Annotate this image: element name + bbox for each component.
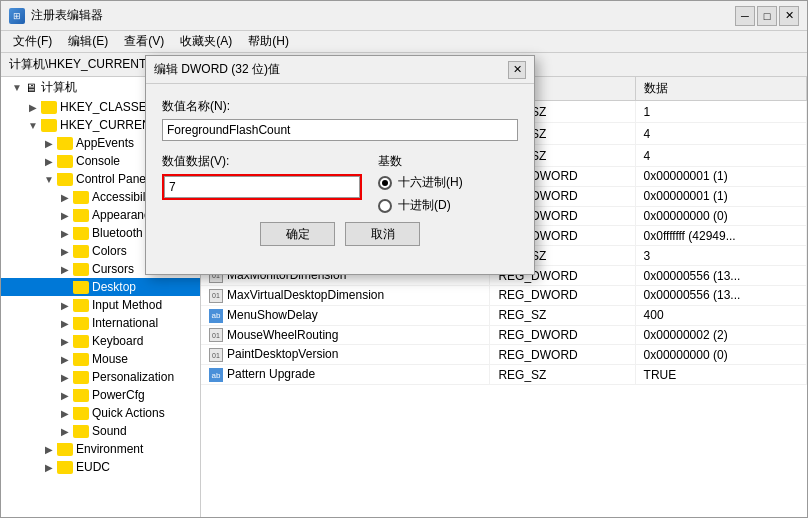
cell-name: abPattern Upgrade (201, 365, 490, 385)
expand-icon: ▼ (9, 82, 25, 93)
expand-icon: ▶ (41, 462, 57, 473)
tree-item-powercfg[interactable]: ▶ PowerCfg (1, 386, 200, 404)
tree-item-international[interactable]: ▶ International (1, 314, 200, 332)
folder-icon (73, 299, 89, 312)
tree-item-sound[interactable]: ▶ Sound (1, 422, 200, 440)
tree-label: Personalization (92, 370, 174, 384)
tree-label: Cursors (92, 262, 134, 276)
tree-item-mouse[interactable]: ▶ Mouse (1, 350, 200, 368)
expand-icon: ▶ (57, 336, 73, 347)
menu-file[interactable]: 文件(F) (5, 31, 60, 52)
radio-dec-label: 十进制(D) (398, 197, 451, 214)
cell-type: REG_DWORD (490, 325, 635, 345)
expand-icon: ▶ (57, 354, 73, 365)
folder-icon (73, 407, 89, 420)
radio-dec[interactable]: 十进制(D) (378, 197, 518, 214)
cell-data: 0x00000556 (13... (635, 266, 806, 286)
tree-item-personalization[interactable]: ▶ Personalization (1, 368, 200, 386)
dialog-body: 数值名称(N): 数值数据(V): 基数 十六进制(H) 十进 (146, 84, 534, 274)
tree-label: PowerCfg (92, 388, 145, 402)
menu-bar: 文件(F) 编辑(E) 查看(V) 收藏夹(A) 帮助(H) (1, 31, 807, 53)
tree-item-keyboard[interactable]: ▶ Keyboard (1, 332, 200, 350)
expand-icon: ▶ (57, 426, 73, 437)
folder-icon (73, 209, 89, 222)
ok-button[interactable]: 确定 (260, 222, 335, 246)
expand-icon: ▶ (25, 102, 41, 113)
expand-icon: ▶ (41, 444, 57, 455)
tree-label: Console (76, 154, 120, 168)
menu-help[interactable]: 帮助(H) (240, 31, 297, 52)
minimize-button[interactable]: ─ (735, 6, 755, 26)
expand-icon: ▶ (57, 372, 73, 383)
folder-icon (73, 281, 89, 294)
cell-data: 0x00000000 (0) (635, 206, 806, 226)
expand-icon: ▶ (57, 246, 73, 257)
close-button[interactable]: ✕ (779, 6, 799, 26)
title-bar-left: ⊞ 注册表编辑器 (9, 7, 103, 24)
tree-item-desktop[interactable]: Desktop (1, 278, 200, 296)
folder-icon (57, 137, 73, 150)
cell-name: abMenuShowDelay (201, 305, 490, 325)
tree-item-quickactions[interactable]: ▶ Quick Actions (1, 404, 200, 422)
menu-view[interactable]: 查看(V) (116, 31, 172, 52)
tree-label: Sound (92, 424, 127, 438)
data-col: 数值数据(V): (162, 153, 362, 214)
form-row: 数值数据(V): 基数 十六进制(H) 十进制(D) (162, 153, 518, 214)
radio-hex[interactable]: 十六进制(H) (378, 174, 518, 191)
computer-icon: 🖥 (25, 81, 37, 95)
cell-data: 0x00000000 (0) (635, 345, 806, 365)
maximize-button[interactable]: □ (757, 6, 777, 26)
folder-icon (41, 101, 57, 114)
tree-label: EUDC (76, 460, 110, 474)
app-icon: ⊞ (9, 8, 25, 24)
menu-favorites[interactable]: 收藏夹(A) (172, 31, 240, 52)
dialog-titlebar: 编辑 DWORD (32 位)值 ✕ (146, 56, 534, 84)
value-input-wrapper (162, 174, 362, 200)
base-label: 基数 (378, 153, 518, 170)
table-row[interactable]: 01MaxVirtualDesktopDimensionREG_DWORD0x0… (201, 285, 807, 305)
cell-data: 0x0fffffff (42949... (635, 226, 806, 246)
table-row[interactable]: 01MouseWheelRoutingREG_DWORD0x00000002 (… (201, 325, 807, 345)
folder-icon (73, 263, 89, 276)
table-row[interactable]: abMenuShowDelayREG_SZ400 (201, 305, 807, 325)
expand-icon: ▶ (57, 210, 73, 221)
tree-label: 计算机 (41, 79, 77, 96)
expand-icon: ▶ (57, 318, 73, 329)
folder-icon (73, 317, 89, 330)
data-input[interactable] (164, 176, 360, 198)
tree-label: Mouse (92, 352, 128, 366)
radio-hex-label: 十六进制(H) (398, 174, 463, 191)
dialog-title: 编辑 DWORD (32 位)值 (154, 61, 280, 78)
window-title: 注册表编辑器 (31, 7, 103, 24)
menu-edit[interactable]: 编辑(E) (60, 31, 116, 52)
cell-data: 0x00000001 (1) (635, 186, 806, 206)
tree-label: Input Method (92, 298, 162, 312)
dword-icon: 01 (209, 328, 223, 342)
cancel-button[interactable]: 取消 (345, 222, 420, 246)
tree-label: Quick Actions (92, 406, 165, 420)
tree-item-eudc[interactable]: ▶ EUDC (1, 458, 200, 476)
cell-data: 0x00000002 (2) (635, 325, 806, 345)
edit-dword-dialog: 编辑 DWORD (32 位)值 ✕ 数值名称(N): 数值数据(V): 基数 … (145, 55, 535, 275)
tree-label: AppEvents (76, 136, 134, 150)
expand-icon: ▶ (41, 138, 57, 149)
cell-data: 4 (635, 123, 806, 145)
name-input[interactable] (162, 119, 518, 141)
dword-icon: 01 (209, 348, 223, 362)
cell-data: 3 (635, 246, 806, 266)
title-controls: ─ □ ✕ (735, 6, 799, 26)
cell-data: 1 (635, 101, 806, 123)
data-label: 数值数据(V): (162, 153, 362, 170)
tree-item-environment[interactable]: ▶ Environment (1, 440, 200, 458)
cell-data: TRUE (635, 365, 806, 385)
cell-type: REG_SZ (490, 365, 635, 385)
radio-hex-circle (378, 176, 392, 190)
cell-data: 0x00000556 (13... (635, 285, 806, 305)
dialog-close-button[interactable]: ✕ (508, 61, 526, 79)
table-row[interactable]: 01PaintDesktopVersionREG_DWORD0x00000000… (201, 345, 807, 365)
expand-icon: ▶ (57, 390, 73, 401)
folder-icon (57, 173, 73, 186)
folder-icon (73, 335, 89, 348)
tree-item-inputmethod[interactable]: ▶ Input Method (1, 296, 200, 314)
table-row[interactable]: abPattern UpgradeREG_SZTRUE (201, 365, 807, 385)
